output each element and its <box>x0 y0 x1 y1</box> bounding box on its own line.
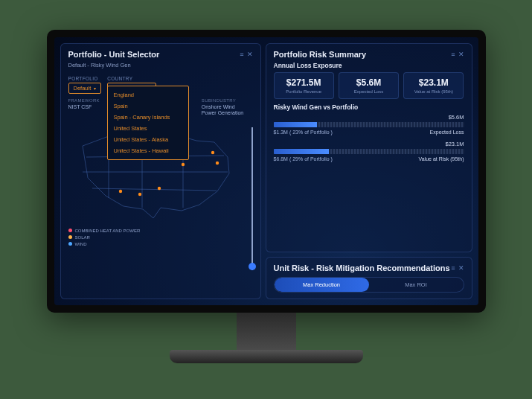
monitor-bezel: Portfolio - Unit Selector ≡ ✕ Default - … <box>47 30 486 313</box>
monitor-stand-neck <box>237 313 296 350</box>
country-dropdown[interactable]: England Spain Spain - Canary Islands Uni… <box>107 86 189 160</box>
dropdown-option[interactable]: United States - Alaska <box>108 134 188 145</box>
risk-summary-panel: Portfolio Risk Summary ≡ ✕ Annual Loss E… <box>266 43 472 252</box>
dropdown-option[interactable]: England <box>108 89 188 100</box>
svg-point-4 <box>211 151 214 154</box>
dashboard-screen: Portfolio - Unit Selector ≡ ✕ Default - … <box>54 37 478 305</box>
country-select-label: Country <box>107 76 156 81</box>
panel-close-icon[interactable]: ✕ <box>458 51 464 58</box>
panel-menu-icon[interactable]: ≡ <box>451 264 455 272</box>
portfolio-select-label: Portfolio <box>68 76 102 81</box>
panel-title: Portfolio - Unit Selector <box>68 50 160 59</box>
stat-expected-loss: $5.6M Expected Loss <box>339 72 399 99</box>
tab-max-reduction[interactable]: Max Reduction <box>275 278 369 292</box>
panel-title: Unit Risk - Risk Mitigation Recommendati… <box>274 264 450 272</box>
monitor-frame: Portfolio - Unit Selector ≡ ✕ Default - … <box>47 30 486 363</box>
mitigation-tabs: Max Reduction Max ROI <box>274 277 464 293</box>
panel-close-icon[interactable]: ✕ <box>458 264 464 272</box>
stat-value-at-risk: $23.1M Value at Risk (95th) <box>403 72 464 99</box>
panel-subtitle: Default - Risky Wind Gen <box>68 62 253 68</box>
panel-close-icon[interactable]: ✕ <box>247 51 253 58</box>
svg-point-5 <box>215 162 218 165</box>
panel-menu-icon[interactable]: ≡ <box>240 51 243 58</box>
bar-expected-loss: $5.6M $1.3M ( 23% of Portfolio ) Expecte… <box>274 114 464 135</box>
tab-max-roi[interactable]: Max ROI <box>369 278 464 292</box>
map-legend: COMBINED HEAT AND POWER SOLAR WIND <box>68 229 253 246</box>
svg-point-1 <box>138 193 141 196</box>
map-zoom-slider[interactable] <box>251 127 253 270</box>
stat-portfolio-revenue: $271.5M Portfolio Revenue <box>274 72 334 99</box>
map-zoom-thumb[interactable] <box>249 263 256 270</box>
panel-menu-icon[interactable]: ≡ <box>451 51 455 58</box>
unit-risk-panel: Unit Risk - Risk Mitigation Recommendati… <box>266 257 472 299</box>
dropdown-option[interactable]: United States <box>108 123 188 134</box>
dropdown-option[interactable]: Spain - Canary Islands <box>108 112 188 123</box>
dropdown-option[interactable]: Spain <box>108 100 188 112</box>
bar-value-at-risk: $23.1M $6.8M ( 29% of Portfolio ) Value … <box>274 141 464 162</box>
chevron-down-icon: ▾ <box>94 86 96 91</box>
dropdown-option[interactable]: United States - Hawaii <box>108 145 188 156</box>
portfolio-select[interactable]: Default ▾ <box>68 83 102 94</box>
svg-point-2 <box>157 187 160 190</box>
compare-heading: Risky Wind Gen vs Portfolio <box>274 103 464 111</box>
svg-point-3 <box>181 163 184 166</box>
unit-selector-panel: Portfolio - Unit Selector ≡ ✕ Default - … <box>60 43 261 299</box>
panel-title: Portfolio Risk Summary <box>274 50 367 59</box>
annual-loss-heading: Annual Loss Exposure <box>274 62 464 69</box>
monitor-stand-base <box>170 350 363 363</box>
svg-point-0 <box>118 190 121 193</box>
